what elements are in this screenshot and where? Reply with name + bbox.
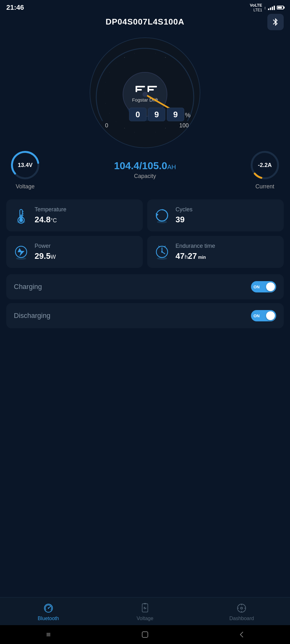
svg-point-58 xyxy=(48,608,49,609)
cards-row-2: Power 29.5W Endurance time 47h2 xyxy=(6,236,284,268)
cycles-title: Cycles xyxy=(176,206,192,213)
status-icons: VoLTE LTE1 ↕ xyxy=(250,3,284,13)
discharging-toggle-row: Discharging ON xyxy=(6,303,284,328)
gauge-section: 0 25 50 75 100 xyxy=(0,30,290,196)
charging-toggle-row: Charging ON xyxy=(6,274,284,299)
endurance-card: Endurance time 47h27 min xyxy=(147,236,284,268)
temperature-content: Temperature 24.8°C xyxy=(35,206,66,225)
current-metric: -2.2A Current xyxy=(249,149,281,190)
metrics-row: 13.4V Voltage 104.4/105.0AH Capacity -2.… xyxy=(0,149,290,190)
power-card: Power 29.5W xyxy=(6,236,143,268)
digit-1: 9 xyxy=(154,110,159,119)
nav-bluetooth-icon xyxy=(43,602,54,614)
bluetooth-button[interactable] xyxy=(267,14,284,30)
gauge-svg: 0 25 50 75 100 xyxy=(85,33,205,153)
thermometer-icon xyxy=(13,207,30,224)
home-button[interactable] xyxy=(139,629,151,640)
bottom-nav: Bluetooth Voltage Dashboard xyxy=(0,597,290,625)
nav-voltage-icon xyxy=(139,602,151,614)
svg-rect-39 xyxy=(20,214,22,219)
discharging-toggle-knob xyxy=(266,311,275,320)
cards-row-1: Temperature 24.8°C Cycles 39 xyxy=(6,199,284,231)
svg-rect-27 xyxy=(148,89,154,91)
svg-rect-24 xyxy=(136,89,142,91)
charging-toggle[interactable]: ON xyxy=(251,281,276,292)
svg-point-28 xyxy=(142,92,148,97)
digit-2: 9 xyxy=(173,110,178,119)
nav-item-voltage[interactable]: Voltage xyxy=(126,602,164,621)
percent-symbol: % xyxy=(185,112,191,119)
endurance-content: Endurance time 47h27 min xyxy=(176,243,215,261)
nav-item-dashboard[interactable]: Dashboard xyxy=(223,602,260,621)
svg-point-43 xyxy=(17,221,25,223)
nav-dashboard-label: Dashboard xyxy=(229,616,254,621)
nav-bluetooth-label: Bluetooth xyxy=(38,616,59,621)
capacity-metric: 104.4/105.0AH Capacity xyxy=(114,160,176,180)
gauge-label-0: 0 xyxy=(105,122,108,129)
toggle-section: Charging ON Discharging ON xyxy=(0,274,290,328)
nav-dashboard-icon xyxy=(236,602,247,614)
discharging-toggle-state: ON xyxy=(254,314,260,318)
endurance-value: 47h27 min xyxy=(176,251,215,261)
gauge-label-100: 100 xyxy=(179,122,189,129)
cards-section: Temperature 24.8°C Cycles 39 xyxy=(0,196,290,271)
svg-point-52 xyxy=(161,251,163,253)
voltage-circle-gauge: 13.4V xyxy=(9,149,41,181)
power-value: 29.5W xyxy=(35,251,56,261)
voltage-value: 13.4V xyxy=(18,162,32,169)
header: DP04S007L4S100A xyxy=(0,14,290,30)
nav-voltage-label: Voltage xyxy=(137,616,153,621)
capacity-value: 104.4/105.0AH xyxy=(114,160,176,172)
discharging-toggle[interactable]: ON xyxy=(251,310,276,321)
charging-label: Charging xyxy=(14,283,42,291)
svg-point-48 xyxy=(16,257,26,260)
gauge-container: 0 25 50 75 100 xyxy=(85,33,205,153)
cycles-card: Cycles 39 xyxy=(147,199,284,231)
network-speed-icon: ↕ xyxy=(264,5,266,10)
current-value: -2.2A xyxy=(258,162,272,169)
battery-icon xyxy=(277,6,284,9)
charging-toggle-knob xyxy=(266,282,275,291)
signal-icon xyxy=(268,5,275,10)
svg-rect-59 xyxy=(142,604,148,612)
temperature-title: Temperature xyxy=(35,206,66,213)
charging-toggle-state: ON xyxy=(254,285,260,289)
recent-apps-button[interactable] xyxy=(43,629,54,640)
endurance-icon xyxy=(153,243,170,260)
discharging-label: Discharging xyxy=(14,312,50,320)
status-time: 21:46 xyxy=(6,3,24,12)
cycles-icon xyxy=(153,207,170,224)
network-label: VoLTE LTE1 xyxy=(250,3,262,13)
device-title: DP04S007L4S100A xyxy=(106,17,185,27)
cycles-value: 39 xyxy=(176,215,192,225)
power-title: Power xyxy=(35,243,56,249)
nav-item-bluetooth[interactable]: Bluetooth xyxy=(30,602,67,621)
endurance-title: Endurance time xyxy=(176,243,215,249)
bluetooth-icon xyxy=(271,18,280,26)
system-nav-bar xyxy=(0,625,290,644)
cycles-content: Cycles 39 xyxy=(176,206,192,225)
power-icon xyxy=(13,243,30,260)
back-button[interactable] xyxy=(236,629,247,640)
digit-0: 0 xyxy=(136,110,140,119)
current-circle-gauge: -2.2A xyxy=(249,149,281,181)
temperature-value: 24.8°C xyxy=(35,215,66,225)
power-content: Power 29.5W xyxy=(35,243,56,261)
capacity-label: Capacity xyxy=(134,173,156,180)
status-bar: 21:46 VoLTE LTE1 ↕ xyxy=(0,0,290,14)
svg-point-46 xyxy=(157,221,167,223)
svg-point-55 xyxy=(157,257,167,260)
voltage-metric: 13.4V Voltage xyxy=(9,149,41,190)
svg-point-63 xyxy=(241,607,243,609)
svg-rect-60 xyxy=(144,603,147,604)
temperature-card: Temperature 24.8°C xyxy=(6,199,143,231)
svg-rect-71 xyxy=(142,632,148,637)
